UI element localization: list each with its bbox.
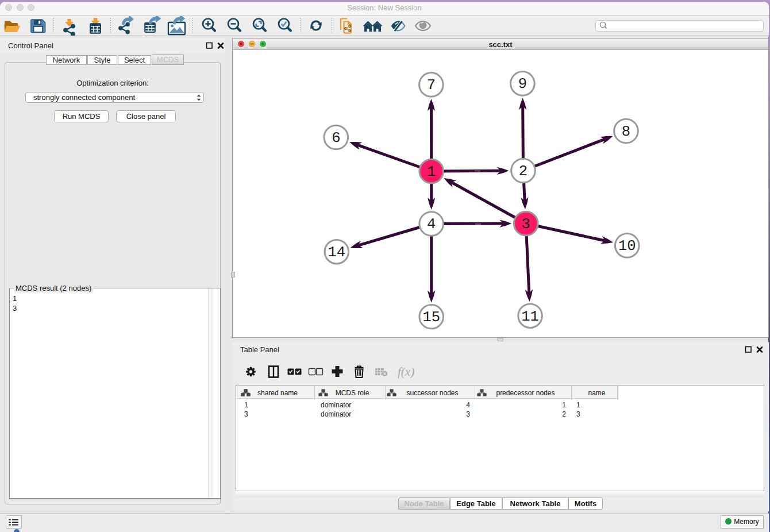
- svg-text:1: 1: [427, 164, 436, 180]
- svg-text:6: 6: [332, 130, 340, 147]
- svg-text:7: 7: [427, 77, 436, 94]
- svg-text:2: 2: [519, 163, 528, 180]
- svg-text:10: 10: [618, 238, 636, 255]
- svg-text:3: 3: [522, 216, 530, 233]
- svg-text:9: 9: [518, 76, 527, 92]
- svg-text:15: 15: [422, 309, 440, 326]
- svg-text:4: 4: [427, 216, 436, 233]
- svg-text:f(x): f(x): [398, 365, 414, 379]
- svg-text:14: 14: [328, 244, 345, 261]
- svg-text:8: 8: [622, 124, 630, 140]
- svg-text:11: 11: [521, 309, 539, 325]
